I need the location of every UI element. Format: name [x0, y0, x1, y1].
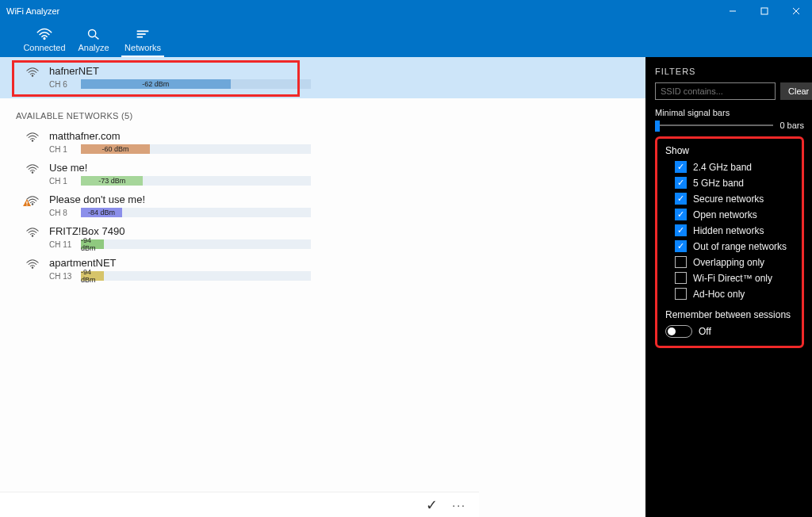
network-channel: CH 1 [49, 177, 81, 186]
tab-connected[interactable]: Connected [20, 28, 69, 57]
remember-label: Remember between sessions [665, 309, 797, 320]
wifi-signal-icon [25, 67, 43, 81]
toggle-state: Off [699, 326, 711, 337]
checkbox-icon [675, 256, 687, 268]
more-icon[interactable]: ··· [452, 499, 466, 511]
wifi-signal-icon [25, 132, 43, 146]
network-list: matthafner.comCH 1-60 dBmUse me!CH 1-73 … [0, 127, 645, 285]
svg-point-4 [44, 38, 45, 40]
filter-option[interactable]: ✓5 GHz band [675, 177, 797, 189]
signal-bar-fill: -62 dBm [81, 79, 231, 89]
svg-point-17 [32, 267, 33, 269]
wifi-signal-icon [25, 163, 43, 178]
filters-panel: FILTERS Clear Minimal signal bars 0 bars… [645, 57, 812, 517]
checkbox-icon [675, 288, 687, 300]
filter-option-label: Wi-Fi Direct™ only [693, 273, 772, 284]
svg-point-12 [32, 172, 33, 174]
filter-option[interactable]: Wi-Fi Direct™ only [675, 272, 797, 284]
checkbox-icon: ✓ [675, 240, 687, 252]
signal-value: -94 dBm [81, 236, 104, 252]
filter-option-label: Ad-Hoc only [693, 289, 745, 300]
signal-bar-track: -94 dBm [81, 271, 311, 281]
signal-value: -62 dBm [142, 80, 169, 88]
wifi-icon [36, 28, 53, 40]
signal-value: -60 dBm [102, 145, 128, 153]
filter-option[interactable]: ✓2.4 GHz band [675, 161, 797, 173]
signal-bar-track: -94 dBm [81, 239, 311, 249]
ssid-filter-input[interactable] [655, 82, 776, 100]
checkbox-icon: ✓ [675, 177, 687, 189]
toggle-switch-icon [665, 325, 692, 338]
signal-value: -73 dBm [98, 177, 125, 185]
filter-option-label: Out of range networks [693, 241, 787, 252]
wifi-signal-icon [25, 195, 43, 209]
filter-options: ✓2.4 GHz band✓5 GHz band✓Secure networks… [662, 161, 797, 300]
filter-option[interactable]: ✓Hidden networks [675, 224, 797, 236]
statusbar: ✓ ··· [0, 492, 479, 517]
filter-option-label: Overlapping only [693, 257, 764, 268]
network-row[interactable]: FRITZ!Box 7490CH 11-94 dBm [0, 222, 645, 254]
filter-option[interactable]: Ad-Hoc only [675, 288, 797, 300]
network-row[interactable]: matthafner.comCH 1-60 dBm [0, 127, 645, 159]
network-row[interactable]: apartmentNETCH 13-94 dBm [0, 254, 645, 285]
signal-bar-track: -84 dBm [81, 208, 311, 217]
network-ssid: apartmentNET [49, 257, 630, 269]
wifi-signal-icon [25, 227, 43, 241]
filter-option[interactable]: ✓Open networks [675, 209, 797, 220]
tab-networks-label: Networks [124, 43, 161, 52]
svg-rect-1 [761, 8, 768, 14]
show-group-highlight: Show ✓2.4 GHz band✓5 GHz band✓Secure net… [655, 136, 804, 348]
tab-analyze-label: Analyze [78, 43, 109, 52]
filter-option[interactable]: Overlapping only [675, 256, 797, 268]
magnify-icon [85, 28, 102, 40]
checkbox-icon: ✓ [675, 161, 687, 173]
network-row[interactable]: Use me!CH 1-73 dBm [0, 159, 645, 190]
signal-bar-fill: -84 dBm [81, 208, 122, 217]
available-header: AVAILABLE NETWORKS (5) [0, 98, 645, 127]
filter-option-label: Open networks [693, 209, 757, 220]
svg-point-11 [32, 140, 33, 142]
network-channel: CH 8 [49, 209, 81, 217]
show-heading: Show [665, 145, 797, 156]
filter-option-label: Secure networks [693, 193, 764, 205]
connected-network-row[interactable]: hafnerNET CH 6 -62 dBm [0, 57, 645, 98]
signal-value: -84 dBm [88, 209, 115, 216]
svg-point-5 [89, 30, 96, 37]
svg-rect-15 [26, 205, 27, 205]
signal-bar-fill: -73 dBm [81, 176, 143, 186]
svg-line-6 [95, 36, 99, 40]
filters-title: FILTERS [655, 67, 804, 76]
svg-rect-14 [26, 201, 27, 204]
confirm-icon[interactable]: ✓ [426, 496, 438, 514]
filter-option-label: 2.4 GHz band [693, 162, 752, 173]
navbar: Connected Analyze Networks [0, 22, 812, 57]
signal-value: -94 dBm [81, 268, 104, 284]
list-icon [134, 28, 151, 40]
signal-bar-track: -62 dBm [81, 79, 311, 89]
tab-networks[interactable]: Networks [118, 28, 167, 57]
filter-option[interactable]: ✓Secure networks [675, 193, 797, 205]
network-channel: CH 1 [49, 145, 81, 154]
maximize-button[interactable] [749, 0, 780, 22]
tab-analyze[interactable]: Analyze [69, 28, 118, 57]
titlebar: WiFi Analyzer [0, 0, 812, 22]
filter-option-label: Hidden networks [693, 225, 764, 236]
network-channel: CH 11 [49, 240, 81, 249]
connected-ssid: hafnerNET [49, 65, 630, 77]
wifi-signal-icon [25, 258, 43, 273]
signal-bar-fill: -94 dBm [81, 239, 104, 249]
close-button[interactable] [780, 0, 812, 22]
checkbox-icon: ✓ [675, 209, 687, 220]
signal-bar-track: -73 dBm [81, 176, 311, 186]
min-signal-slider[interactable] [655, 124, 773, 126]
network-row[interactable]: Please don't use me!CH 8-84 dBm [0, 190, 645, 222]
signal-bar-fill: -94 dBm [81, 271, 104, 281]
filter-option[interactable]: ✓Out of range networks [675, 240, 797, 252]
network-channel: CH 13 [49, 272, 81, 281]
remember-toggle[interactable]: Off [665, 325, 797, 338]
clear-button[interactable]: Clear [780, 82, 812, 100]
svg-point-10 [32, 75, 33, 77]
checkbox-icon: ✓ [675, 193, 687, 205]
network-ssid: FRITZ!Box 7490 [49, 225, 630, 237]
minimize-button[interactable] [717, 0, 749, 22]
